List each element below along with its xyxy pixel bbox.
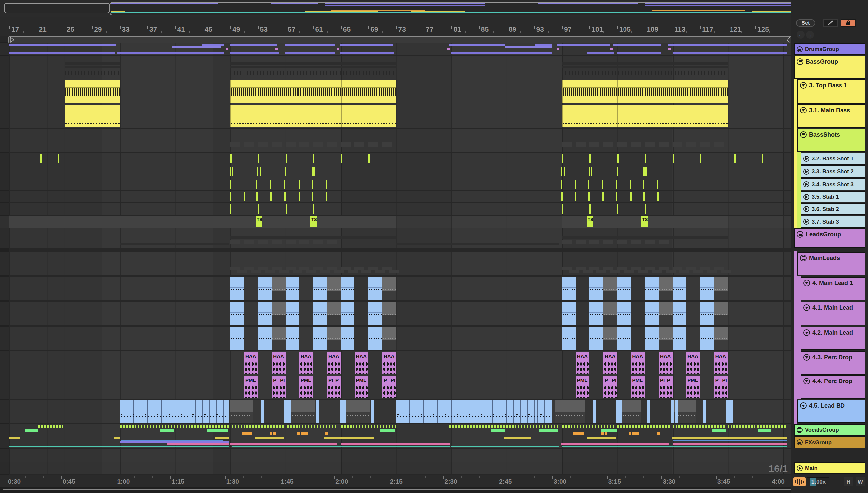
clip-vocal-chops[interactable] [287,425,338,428]
arrangement-overview[interactable] [0,0,868,17]
clip-bass-shot[interactable] [645,154,646,164]
clip-dot[interactable] [275,48,278,50]
track-lane-fxsgroup[interactable] [0,436,791,448]
clip-bar[interactable] [562,62,728,65]
clip-lead[interactable] [313,277,327,300]
clip-vocal[interactable] [539,429,558,432]
clip-bass-shot[interactable] [562,205,563,214]
clip-lead[interactable] [258,302,272,325]
clip-bar[interactable] [230,443,337,445]
clip-perc[interactable]: PI [389,376,396,399]
clip-stab[interactable]: TS [310,216,317,227]
clip-perc[interactable]: P [714,376,721,399]
clip-bass-shot[interactable] [270,192,272,201]
track-lane-bassgroup[interactable] [0,56,791,79]
clip-bar[interactable] [672,437,787,439]
clip-lead[interactable] [286,302,300,325]
clip-bar[interactable] [230,236,396,239]
clip-vocal[interactable] [160,429,174,432]
clip-vocal[interactable] [491,429,505,432]
clip-bar[interactable] [167,443,229,445]
fold-icon[interactable] [803,304,810,311]
clip-bar[interactable] [285,51,335,53]
clip-bar[interactable] [587,437,616,439]
horizontal-scrollbar[interactable] [3,489,864,490]
clip-bass-shot[interactable] [313,205,314,214]
clip-bass-shot[interactable] [616,180,617,189]
clip-lead[interactable] [341,277,355,300]
clip-lead-muted[interactable] [714,277,728,300]
clip-lead[interactable] [645,327,659,350]
clip-bass-shot[interactable] [561,192,563,201]
clip-bar[interactable] [562,236,728,239]
clip-bar[interactable] [9,44,116,46]
clip-perc[interactable]: PI [721,376,728,399]
clip-dot[interactable] [226,48,228,50]
clip-bar[interactable] [672,440,787,441]
clip-perc[interactable]: PML [244,376,258,399]
clip-bass-shot[interactable] [312,192,314,201]
clip-bar[interactable] [117,51,224,53]
clip-lead[interactable] [313,302,327,325]
play-icon[interactable] [803,194,809,200]
track-header-drumsgroup[interactable]: DrumsGroup [794,43,865,55]
clip-perc[interactable]: HAA [714,352,728,374]
clip-bass-shot[interactable] [617,205,618,214]
play-icon[interactable] [803,206,809,212]
clip-perc[interactable]: HAA [300,352,314,374]
clip-bass-shot[interactable] [312,167,315,176]
clip-thin[interactable] [730,400,733,423]
clip-lead-muted[interactable] [382,302,396,325]
clip-perc[interactable]: PML [355,376,369,399]
clip-perc[interactable]: PML [576,376,590,399]
clip-top-bass[interactable] [617,80,672,103]
clip-lead[interactable] [230,302,244,325]
clip-bass-shot[interactable] [589,167,590,176]
track-header-3-3-bass-shot-2[interactable]: 3.3. Bass Shot 2 [801,166,865,178]
track-lane-drumsgroup[interactable] [0,43,791,55]
track-header-mainleads[interactable]: MainLeads [798,252,865,275]
clip-lead[interactable] [645,277,659,300]
clip-perc[interactable]: HAA [686,352,700,374]
clip-main-bass[interactable] [286,105,341,127]
clip-lead-muted[interactable] [603,302,617,325]
fold-icon[interactable] [800,107,807,113]
clip-bass-shot[interactable] [630,192,632,201]
clip-perc[interactable]: PI [279,376,286,399]
clip-stab[interactable]: TS [587,216,593,227]
group-icon[interactable] [797,440,803,445]
clip-top-bass[interactable] [672,80,728,103]
clip-lead-muted[interactable] [327,327,341,350]
group-icon[interactable] [797,58,803,65]
clip-perc[interactable]: PML [631,376,645,399]
play-icon[interactable] [803,156,809,162]
clip-perc[interactable]: P [334,376,341,399]
clip-bass-shot[interactable] [284,192,286,201]
clip-bass-shot[interactable] [561,180,562,189]
play-icon[interactable] [803,169,809,175]
clip-fx[interactable] [242,432,253,435]
clip-lead-muted[interactable] [603,327,617,350]
clip-bass-shot[interactable] [589,205,590,214]
clip-bass-shot[interactable] [230,154,231,164]
clip-lead[interactable] [672,302,686,325]
clip-lead[interactable] [562,302,576,325]
track-lane-4-4-perc-drop[interactable]: PMLPPIPMLPIPPMLPPIPMLPPIPMLPIPPMLPPI [0,375,791,399]
track-lane-4-main-lead-1[interactable] [0,277,791,300]
clip-bass-shot[interactable] [313,154,315,164]
clip-thin[interactable] [593,400,596,423]
clip-bass-shot[interactable] [657,192,659,201]
clip-bar[interactable] [451,51,552,53]
clip-main-bass[interactable] [617,105,672,127]
clip-thin[interactable] [343,400,346,423]
group-icon[interactable] [800,131,807,138]
clip-bass-shot[interactable] [326,192,327,201]
clip-main-bass[interactable] [672,105,728,127]
clip-bar[interactable] [396,243,559,245]
clip-bass-shot[interactable] [575,180,576,189]
clip-dot[interactable] [337,48,339,50]
clip-bar[interactable] [230,51,279,53]
track-lane-4-2-main-lead[interactable] [0,326,791,350]
clip-bass-shot[interactable] [643,180,644,189]
clip-lead[interactable] [230,327,244,350]
